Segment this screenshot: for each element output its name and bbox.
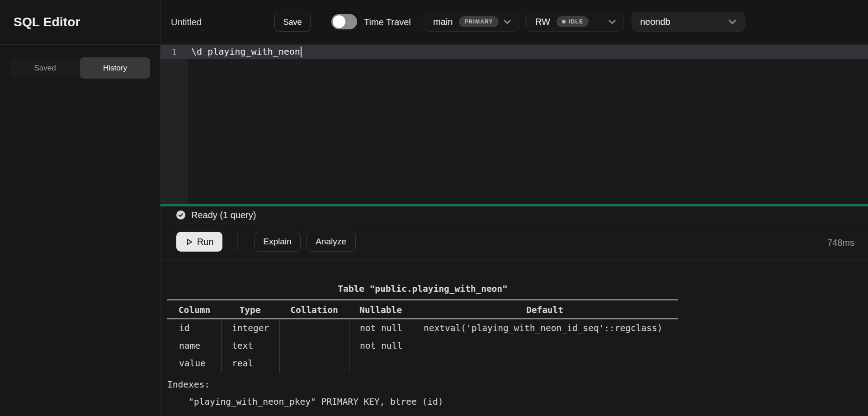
result-table-title: Table "public.playing_with_neon" (338, 284, 508, 294)
col-header-type: Type (240, 305, 261, 315)
analyze-button[interactable]: Analyze (306, 232, 356, 252)
chevron-down-icon (607, 17, 617, 27)
toggle-knob-icon (333, 15, 345, 28)
branch-name: main (433, 17, 453, 27)
editor-code-text[interactable]: \d playing_with_neon (191, 46, 302, 58)
status-bar: Ready (1 query) (160, 206, 868, 224)
tab-history[interactable]: History (80, 57, 150, 79)
check-circle-icon (176, 210, 185, 220)
text-cursor (301, 47, 302, 57)
run-label: Run (197, 237, 214, 247)
cell-nullable: not null (360, 341, 402, 351)
chevron-down-icon (727, 16, 738, 27)
sidebar-tab-group: Saved History (10, 57, 150, 79)
indexes-label: Indexes: (167, 379, 210, 390)
query-title[interactable]: Untitled (171, 0, 202, 44)
sidebar: SQL Editor Saved History (0, 0, 160, 416)
topbar: Untitled Save Time Travel main PRIMARY R… (160, 0, 868, 45)
cell-default: nextval('playing_with_neon_id_seq'::regc… (424, 323, 662, 333)
chevron-down-icon (502, 17, 512, 27)
run-button[interactable]: Run (176, 232, 222, 252)
results-output: Table "public.playing_with_neon" Column … (160, 261, 868, 416)
toolbar-divider (237, 233, 238, 251)
play-icon (185, 238, 193, 246)
col-header-collation: Collation (290, 305, 338, 315)
cell-type: real (232, 358, 253, 369)
table-rule-header (167, 318, 678, 319)
cell-column: name (179, 341, 200, 351)
col-header-default: Default (526, 305, 563, 315)
column-separator (279, 319, 280, 372)
explain-button[interactable]: Explain (254, 232, 301, 252)
column-separator (221, 319, 222, 372)
index-definition: "playing_with_neon_pkey" PRIMARY KEY, bt… (167, 397, 443, 407)
line-number: 1 (160, 47, 188, 57)
cell-column: value (179, 358, 206, 369)
cell-nullable: not null (360, 323, 402, 333)
app-title: SQL Editor (14, 15, 80, 29)
time-travel-label: Time Travel (364, 0, 411, 44)
col-header-nullable: Nullable (359, 305, 402, 315)
query-duration: 748ms (827, 224, 854, 261)
status-text: Ready (1 query) (191, 210, 256, 220)
compute-name: RW (535, 17, 550, 27)
query-toolbar: Run Explain Analyze 748ms (160, 224, 868, 261)
sidebar-header: SQL Editor (0, 0, 160, 45)
cell-type: integer (232, 323, 269, 333)
column-separator (349, 319, 349, 372)
branch-selector[interactable]: main PRIMARY (423, 12, 519, 32)
editor-current-line[interactable]: 1 \d playing_with_neon (160, 45, 868, 59)
main-panel: Untitled Save Time Travel main PRIMARY R… (160, 0, 868, 416)
branch-primary-badge: PRIMARY (459, 16, 498, 27)
time-travel-toggle[interactable] (331, 14, 357, 29)
compute-status-text: IDLE (569, 19, 583, 25)
column-separator (413, 319, 413, 372)
cell-type: text (232, 341, 253, 351)
compute-status-badge: IDLE (557, 16, 589, 27)
col-header-column: Column (179, 305, 210, 315)
tab-saved[interactable]: Saved (10, 57, 80, 79)
editor-gutter (160, 45, 188, 204)
database-name: neondb (640, 17, 670, 27)
compute-selector[interactable]: RW IDLE (525, 12, 624, 32)
topbar-divider (322, 0, 322, 44)
database-selector[interactable]: neondb (632, 12, 745, 32)
table-rule-top (167, 299, 678, 300)
cell-column: id (179, 323, 189, 333)
sql-editor-area[interactable]: 1 \d playing_with_neon (160, 45, 868, 204)
save-button[interactable]: Save (274, 13, 311, 32)
idle-dot-icon (562, 20, 566, 23)
